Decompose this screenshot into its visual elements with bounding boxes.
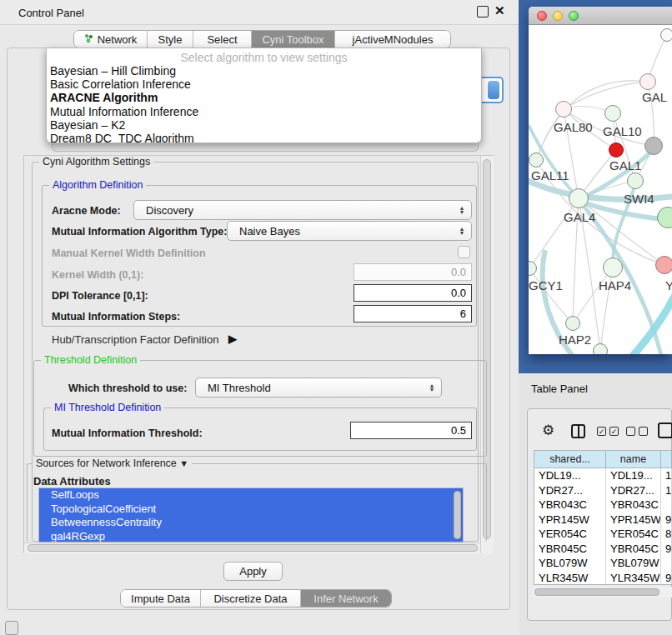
new-table-icon[interactable] [658, 422, 672, 438]
algorithm-definition-title: Algorithm Definition [49, 179, 146, 191]
table-row[interactable]: YLR345WYLR345W9. [534, 571, 672, 586]
column-header-partial[interactable] [661, 451, 672, 468]
manual-kernel-checkbox[interactable] [458, 246, 470, 258]
sources-collapse-arrow-icon[interactable]: ▼ [179, 458, 188, 468]
cell: YBL079W [534, 556, 606, 571]
node-gal80[interactable] [555, 101, 572, 118]
node-label-hap4: HAP4 [599, 278, 631, 292]
list-item-betweennesscentrality[interactable]: BetweennessCentrality [39, 516, 463, 530]
tab-discretize-data-label: Discretize Data [213, 592, 287, 605]
threshold-definition-title: Threshold Definition [41, 354, 140, 366]
node-gal4[interactable] [569, 188, 589, 208]
tab-network[interactable]: Network [74, 31, 148, 48]
select-all-checkbox-icon[interactable]: ✓ [597, 427, 606, 436]
popup-item-mutual-information[interactable]: Mutual Information Inference [47, 105, 481, 118]
aracne-mode-combobox[interactable]: Discovery ▲▼ [133, 200, 472, 220]
node-label-gal11: GAL11 [531, 168, 569, 182]
tab-cyni-toolbox[interactable]: Cyni Toolbox [252, 31, 335, 48]
tab-jactivemnodules[interactable]: jActiveMNodules [335, 31, 450, 48]
hub-definition-label[interactable]: Hub/Transcription Factor Definition [52, 333, 218, 346]
table-row[interactable]: YBR043CYBR043C [534, 498, 672, 512]
node-gal1[interactable] [627, 172, 644, 189]
node-salmon[interactable] [655, 256, 672, 274]
algorithm-combo-placeholder: Select algorithm to view settings [47, 48, 481, 64]
select-all-checkbox2-icon[interactable]: ✓ [609, 427, 619, 436]
cell: YPR145W [534, 512, 606, 528]
node-gal10[interactable] [604, 105, 621, 122]
node-red-selected[interactable] [609, 142, 624, 158]
node-table: shared... name YDL19...YDL19...13 YDR27.… [534, 450, 672, 585]
columns-icon[interactable] [571, 424, 585, 438]
cell: 9. [661, 571, 672, 586]
list-item-topologicalcoefficient[interactable]: TopologicalCoefficient [39, 502, 463, 517]
node-label-gal: GAL [642, 90, 667, 104]
popup-item-bayesian-hill-climbing[interactable]: Bayesian – Hill Climbing [47, 64, 481, 78]
node-hap4[interactable] [603, 258, 623, 278]
column-header-shared[interactable]: shared... [534, 451, 606, 468]
tab-style-label: Style [158, 33, 183, 46]
table-row[interactable]: YER054CYER054C8. [534, 527, 672, 542]
deselect-all-checkbox2-icon[interactable] [639, 427, 648, 436]
node-label-gal1: GAL1 [609, 158, 641, 172]
tab-discretize-data[interactable]: Discretize Data [201, 590, 301, 607]
dpi-tolerance-field[interactable]: 0.0 [354, 284, 472, 302]
tab-impute-data[interactable]: Impute Data [121, 590, 201, 607]
list-item-gal4rgexp[interactable]: gal4RGexp [39, 530, 463, 543]
tab-style[interactable]: Style [148, 31, 193, 48]
deselect-all-checkbox-icon[interactable] [626, 427, 635, 436]
mi-type-combobox[interactable]: Naive Bayes ▲▼ [227, 221, 472, 241]
tab-infer-network-label: Infer Network [313, 592, 378, 605]
popup-item-dream8[interactable]: Dream8 DC_TDC Algorithm [47, 132, 481, 143]
table-row[interactable]: YBR045CYBR045C9. [534, 542, 672, 557]
cell [661, 498, 672, 512]
table-horizontal-scrollbar-thumb[interactable] [534, 588, 659, 596]
node-gal-pink[interactable] [639, 73, 656, 90]
column-header-name[interactable]: name [606, 451, 661, 468]
kernel-width-field[interactable]: 0.0 [354, 263, 472, 281]
algorithm-dropdown-popup: Select algorithm to view settings Bayesi… [46, 48, 482, 143]
dpi-tolerance-label: DPI Tolerance [0,1]: [52, 290, 148, 302]
network-canvas[interactable]: GAL GAL80 GAL10 GAL1 GAL11 SWI4 GAL4 GCY… [529, 25, 672, 354]
cell: YBR043C [606, 498, 661, 512]
cell: YPR145W [606, 512, 661, 528]
mi-type-value: Naive Bayes [228, 225, 456, 238]
data-attributes-list: SelfLoops TopologicalCoefficient Between… [38, 488, 464, 542]
node-label-y-partial: Y [665, 278, 672, 292]
docked-panel-icon[interactable] [5, 621, 18, 635]
cyni-algorithm-settings-title: Cyni Algorithm Settings [39, 156, 153, 168]
which-threshold-combobox[interactable]: MI Threshold ▲▼ [195, 378, 442, 398]
cell: YER054C [606, 527, 661, 542]
cell: YBL079W [606, 556, 661, 571]
table-row[interactable]: YDR27...YDR27...12 [534, 483, 672, 498]
table-row[interactable]: YPR145WYPR145W9. [534, 512, 672, 528]
gear-icon[interactable]: ⚙ [542, 423, 554, 438]
node-partial-top[interactable] [660, 28, 672, 42]
hub-expand-arrow-icon[interactable]: ▶ [228, 332, 237, 345]
popup-item-basic-correlation[interactable]: Basic Correlation Inference [47, 78, 481, 91]
zoom-traffic-light-icon[interactable] [569, 11, 579, 21]
popup-item-bayesian-k2[interactable]: Bayesian – K2 [47, 118, 481, 132]
cell: YLR345W [534, 571, 606, 586]
node-gray[interactable] [644, 137, 663, 155]
tab-select[interactable]: Select [193, 31, 252, 48]
mi-steps-field[interactable]: 6 [354, 305, 472, 322]
list-scrollbar-thumb[interactable] [454, 491, 461, 539]
node-gal11[interactable] [529, 152, 544, 168]
close-traffic-light-icon[interactable] [537, 11, 547, 21]
control-panel-tabbar: Network Style Select Cyni Toolbox jActiv… [73, 30, 451, 48]
minimize-traffic-light-icon[interactable] [553, 11, 563, 21]
cell: 8. [661, 527, 672, 542]
tab-infer-network[interactable]: Infer Network [301, 590, 391, 607]
popup-item-aracne[interactable]: ARACNE Algorithm [47, 91, 481, 104]
list-item-selfloops[interactable]: SelfLoops [39, 488, 463, 502]
table-row[interactable]: YBL079WYBL079W [534, 556, 672, 571]
table-row[interactable]: YDL19...YDL19...13 [534, 468, 672, 483]
float-window-icon[interactable] [477, 6, 489, 18]
node-bottom[interactable] [593, 343, 608, 354]
close-icon[interactable]: ✕ [494, 3, 505, 18]
mi-threshold-field[interactable]: 0.5 [350, 422, 472, 439]
apply-button[interactable]: Apply [223, 562, 283, 581]
settings-horizontal-scrollbar-thumb[interactable] [28, 544, 478, 552]
data-attributes-label: Data Attributes [33, 475, 111, 488]
node-hap2[interactable] [565, 316, 580, 331]
